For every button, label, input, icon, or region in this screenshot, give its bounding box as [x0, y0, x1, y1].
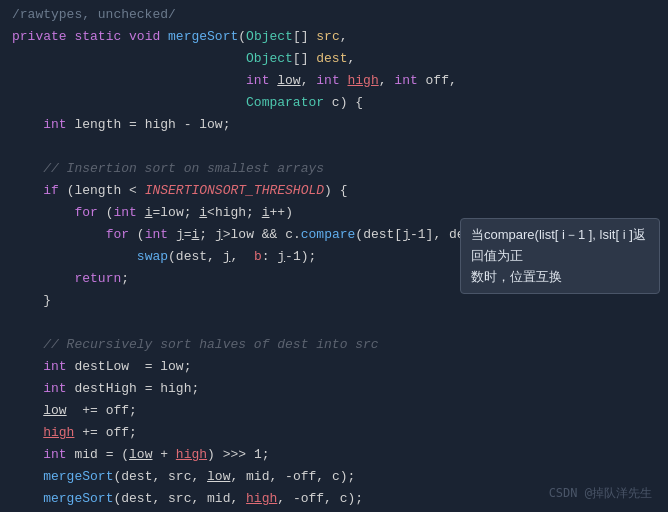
code-line-15: // Recursively sort halves of dest into …	[0, 334, 668, 356]
keyword-static: static	[74, 27, 129, 47]
keyword-void: void	[129, 27, 168, 47]
code-container: /rawtypes, unchecked/ private static voi…	[0, 0, 668, 512]
code-line-1: private static void mergeSort(Object[] s…	[0, 26, 668, 48]
tooltip-line1: 当compare(list[ i－1 ], lsit[ i ]返回值为正	[471, 227, 646, 263]
code-line-4: Comparator c) {	[0, 92, 668, 114]
var-high: high	[43, 423, 74, 443]
param-high: high	[348, 71, 379, 91]
header-comment-line: /rawtypes, unchecked/	[0, 4, 668, 26]
code-line-6	[0, 136, 668, 158]
code-line-17: int destHigh = high;	[0, 378, 668, 400]
watermark: CSDN @掉队洋先生	[549, 485, 652, 502]
code-line-7: // Insertion sort on smallest arrays	[0, 158, 668, 180]
code-line-14	[0, 312, 668, 334]
code-line-8: if (length < INSERTIONSORT_THRESHOLD) {	[0, 180, 668, 202]
code-line-18: low += off;	[0, 400, 668, 422]
tooltip-box: 当compare(list[ i－1 ], lsit[ i ]返回值为正 数时，…	[460, 218, 660, 294]
keyword-private: private	[12, 27, 74, 47]
code-line-3: int low, int high, int off,	[0, 70, 668, 92]
code-line-19: high += off;	[0, 422, 668, 444]
header-comment-text: /rawtypes, unchecked/	[12, 5, 176, 25]
code-line-2: Object[] dest,	[0, 48, 668, 70]
tooltip-line2: 数时，位置互换	[471, 269, 562, 284]
method-mergesort: mergeSort	[168, 27, 238, 47]
code-line-16: int destLow = low;	[0, 356, 668, 378]
code-line-5: int length = high - low;	[0, 114, 668, 136]
code-line-20: int mid = (low + high) >>> 1;	[0, 444, 668, 466]
